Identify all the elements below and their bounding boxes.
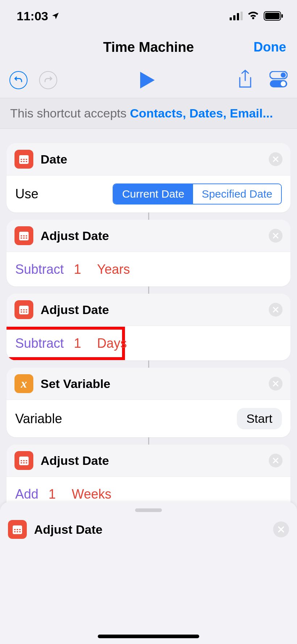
remove-action-button[interactable] bbox=[269, 229, 283, 243]
action-body: Use Current Date Specified Date bbox=[7, 175, 290, 212]
svg-rect-17 bbox=[23, 161, 25, 162]
close-icon bbox=[272, 232, 279, 239]
svg-rect-16 bbox=[21, 161, 22, 162]
nav-bar: Time Machine Done bbox=[0, 32, 297, 62]
home-indicator[interactable] bbox=[98, 635, 199, 638]
seg-current-date[interactable]: Current Date bbox=[113, 184, 193, 204]
svg-rect-1 bbox=[233, 15, 235, 20]
remove-action-button[interactable] bbox=[269, 303, 283, 317]
annotation-highlight: Subtract 1 Days bbox=[7, 327, 125, 360]
svg-rect-12 bbox=[19, 155, 29, 158]
svg-point-10 bbox=[281, 81, 286, 86]
action-adjust-date[interactable]: Adjust Date Subtract 1 Years bbox=[7, 220, 290, 286]
svg-rect-37 bbox=[21, 462, 22, 463]
svg-rect-6 bbox=[281, 14, 283, 18]
svg-rect-15 bbox=[26, 159, 27, 160]
svg-rect-45 bbox=[17, 531, 18, 532]
svg-rect-22 bbox=[26, 235, 27, 236]
sheet-close-button[interactable] bbox=[273, 521, 289, 537]
svg-rect-25 bbox=[26, 238, 27, 239]
undo-button[interactable] bbox=[9, 71, 28, 89]
number-token[interactable]: 1 bbox=[49, 487, 56, 502]
action-title: Adjust Date bbox=[41, 229, 109, 243]
battery-icon bbox=[264, 11, 283, 21]
unit-token[interactable]: Days bbox=[97, 336, 127, 351]
action-title: Set Variable bbox=[41, 377, 110, 391]
play-icon bbox=[139, 71, 155, 89]
svg-rect-5 bbox=[265, 13, 280, 19]
action-header: Adjust Date bbox=[7, 445, 290, 476]
close-icon bbox=[272, 306, 279, 313]
action-date[interactable]: Date Use Current Date Specified Date bbox=[7, 143, 290, 212]
remove-action-button[interactable] bbox=[269, 377, 283, 391]
unit-token[interactable]: Years bbox=[97, 262, 130, 277]
redo-button bbox=[39, 71, 57, 89]
connector bbox=[148, 212, 149, 220]
operation-token[interactable]: Subtract bbox=[15, 262, 64, 277]
operation-token[interactable]: Subtract bbox=[15, 336, 64, 351]
svg-rect-44 bbox=[14, 531, 16, 532]
svg-rect-2 bbox=[237, 13, 239, 20]
svg-rect-20 bbox=[21, 235, 22, 236]
action-header: Date bbox=[7, 143, 290, 175]
actions-list: Date Use Current Date Specified Date Adj… bbox=[0, 129, 297, 519]
svg-rect-14 bbox=[23, 159, 25, 160]
svg-point-8 bbox=[281, 73, 286, 78]
number-token[interactable]: 1 bbox=[74, 262, 81, 277]
cellular-icon bbox=[230, 12, 243, 20]
svg-rect-3 bbox=[240, 12, 243, 20]
svg-rect-24 bbox=[23, 238, 25, 239]
action-title: Date bbox=[41, 152, 67, 166]
done-button[interactable]: Done bbox=[254, 40, 286, 55]
svg-rect-18 bbox=[26, 161, 27, 162]
status-time: 11:03 bbox=[17, 9, 48, 23]
calendar-icon bbox=[14, 226, 33, 245]
date-mode-segmented[interactable]: Current Date Specified Date bbox=[113, 183, 282, 205]
status-left: 11:03 bbox=[17, 9, 60, 23]
bottom-sheet[interactable]: Adjust Date bbox=[0, 502, 297, 644]
toggle-icon bbox=[269, 71, 288, 88]
undo-icon bbox=[14, 75, 23, 85]
use-label: Use bbox=[15, 186, 38, 202]
svg-rect-38 bbox=[23, 462, 25, 463]
action-adjust-date[interactable]: Adjust Date Subtract 1 Days bbox=[7, 294, 290, 360]
action-set-variable[interactable]: x Set Variable Variable Start bbox=[7, 368, 290, 437]
svg-rect-35 bbox=[23, 460, 25, 461]
svg-rect-46 bbox=[19, 531, 21, 532]
calendar-icon bbox=[14, 451, 33, 470]
connector bbox=[148, 360, 149, 368]
calendar-icon bbox=[8, 520, 27, 539]
accepts-prefix: This shortcut accepts bbox=[10, 106, 130, 120]
svg-rect-41 bbox=[14, 529, 16, 530]
seg-specified-date[interactable]: Specified Date bbox=[193, 184, 281, 204]
settings-toggle-button[interactable] bbox=[269, 71, 288, 89]
status-right bbox=[230, 11, 283, 21]
action-adjust-date[interactable]: Adjust Date Add 1 Weeks bbox=[7, 445, 290, 511]
close-icon bbox=[277, 526, 285, 533]
operation-token[interactable]: Add bbox=[15, 487, 38, 502]
unit-token[interactable]: Weeks bbox=[72, 487, 111, 502]
share-button[interactable] bbox=[238, 70, 253, 91]
remove-action-button[interactable] bbox=[269, 152, 283, 166]
svg-rect-27 bbox=[21, 309, 22, 310]
number-token[interactable]: 1 bbox=[74, 336, 81, 351]
calendar-icon bbox=[14, 150, 33, 169]
svg-rect-0 bbox=[230, 17, 232, 20]
sheet-header: Adjust Date bbox=[8, 520, 289, 539]
action-header: Adjust Date bbox=[7, 220, 290, 252]
action-body: Subtract 1 Days bbox=[7, 326, 290, 360]
svg-rect-34 bbox=[21, 460, 22, 461]
toolbar bbox=[0, 62, 297, 98]
remove-action-button[interactable] bbox=[269, 454, 283, 467]
play-button[interactable] bbox=[139, 71, 155, 89]
sheet-grabber[interactable] bbox=[135, 508, 162, 512]
variable-value[interactable]: Start bbox=[237, 408, 282, 429]
svg-rect-13 bbox=[21, 159, 22, 160]
share-icon bbox=[238, 70, 253, 89]
svg-rect-30 bbox=[21, 311, 22, 313]
svg-rect-39 bbox=[26, 462, 27, 463]
status-bar: 11:03 bbox=[0, 0, 297, 32]
close-icon bbox=[272, 380, 279, 387]
input-types-banner[interactable]: This shortcut accepts Contacts, Dates, E… bbox=[0, 98, 297, 129]
action-title: Adjust Date bbox=[41, 454, 109, 468]
